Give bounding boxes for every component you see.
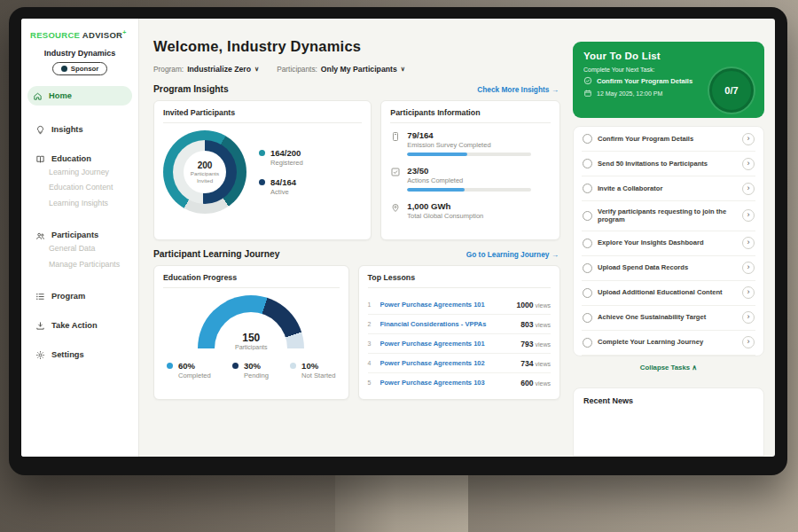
recent-news-header[interactable]: Recent News bbox=[573, 387, 764, 457]
lesson-link[interactable]: Power Purchase Agreements 101 bbox=[380, 340, 517, 348]
invited-legend: 164/200 Registered 84/164 Active bbox=[259, 148, 303, 196]
lesson-views: 600 views bbox=[520, 379, 551, 387]
sidebar-item[interactable]: Learning Insights bbox=[21, 196, 138, 212]
task-row[interactable]: Send 50 Invitations to Participants bbox=[582, 152, 755, 176]
sidebar-item[interactable]: Learning Journey bbox=[21, 164, 138, 180]
checkbox-icon[interactable] bbox=[583, 263, 592, 273]
chevron-right-icon[interactable] bbox=[742, 262, 755, 274]
lesson-views: 793 views bbox=[520, 340, 551, 348]
todo-next-task: Confirm Your Program Details bbox=[583, 76, 715, 85]
task-row[interactable]: Upload Additional Educational Content bbox=[582, 281, 755, 306]
task-row[interactable]: Verify participants requesting to join t… bbox=[582, 201, 755, 231]
chevron-right-icon[interactable] bbox=[742, 183, 755, 195]
go-to-learning-journey-link[interactable]: Go to Learning Journey bbox=[466, 250, 559, 259]
chevron-right-icon[interactable] bbox=[742, 209, 755, 222]
lesson-link[interactable]: Power Purchase Agreements 103 bbox=[380, 379, 517, 387]
monitor-stand bbox=[335, 472, 468, 532]
stat-label: Emission Survey Completed bbox=[407, 141, 531, 149]
checkbox-icon[interactable] bbox=[583, 313, 592, 323]
lesson-rank: 1 bbox=[368, 301, 376, 308]
app-logo: RESOURCE ADVISOR+ bbox=[21, 29, 138, 40]
legend-value: 10% bbox=[301, 361, 318, 371]
legend-dot bbox=[232, 363, 239, 369]
dashboard-screen: RESOURCE ADVISOR+ Industry Dynamics Spon… bbox=[21, 19, 775, 457]
legend-dot bbox=[290, 363, 296, 369]
chevron-right-icon[interactable] bbox=[742, 286, 755, 299]
task-row[interactable]: Upload Spend Data Records bbox=[582, 256, 755, 281]
progress-fill bbox=[407, 153, 466, 156]
stat-value: 79/164 bbox=[407, 130, 531, 140]
chevron-right-icon[interactable] bbox=[742, 237, 755, 249]
sidebar-item[interactable]: Participants bbox=[21, 212, 138, 241]
logo-resource: RESOURCE bbox=[30, 30, 80, 40]
legend-item: 164/200 Registered bbox=[259, 148, 303, 167]
checkbox-icon[interactable] bbox=[583, 159, 592, 168]
invited-donut-chart: 200 Participants Invited bbox=[163, 130, 246, 214]
stat-value: 23/50 bbox=[407, 166, 531, 176]
sidebar-item[interactable]: Program bbox=[21, 272, 138, 301]
stat-row: 79/164 Emission Survey Completed bbox=[390, 130, 551, 156]
sidebar-item[interactable]: General Data bbox=[21, 241, 138, 257]
legend-label: Registered bbox=[270, 159, 303, 167]
filter-dropdown[interactable]: Participants: Only My Participants bbox=[277, 65, 405, 74]
sidebar-item[interactable]: Manage Participants bbox=[21, 256, 138, 272]
sidebar-item-label: Take Action bbox=[51, 322, 98, 330]
task-label: Complete Your Learning Journey bbox=[598, 338, 737, 347]
checkbox-icon[interactable] bbox=[583, 211, 592, 221]
sidebar-item-label: Manage Participants bbox=[49, 261, 120, 269]
task-row[interactable]: Invite a Collaborator bbox=[582, 176, 755, 201]
sidebar-item[interactable]: Take Action bbox=[21, 301, 138, 331]
lesson-rank: 2 bbox=[368, 321, 376, 327]
checklist-icon bbox=[390, 167, 401, 177]
sidebar-item-label: Participants bbox=[51, 231, 98, 239]
check-more-insights-link[interactable]: Check More Insights bbox=[477, 85, 559, 94]
chevron-right-icon[interactable] bbox=[742, 158, 755, 170]
chevron-right-icon[interactable] bbox=[742, 336, 755, 348]
take-action-icon bbox=[35, 321, 45, 331]
filter-dropdown[interactable]: Program: Industrialize Zero bbox=[153, 65, 259, 74]
lessons-list: 1 Power Purchase Agreements 101 1000 vie… bbox=[368, 295, 551, 392]
checkbox-icon[interactable] bbox=[583, 184, 592, 193]
chevron-right-icon[interactable] bbox=[742, 311, 755, 324]
lesson-rank: 4 bbox=[368, 360, 376, 366]
lesson-link[interactable]: Power Purchase Agreements 102 bbox=[380, 359, 517, 367]
chevron-down-icon bbox=[401, 66, 405, 73]
checkbox-icon[interactable] bbox=[583, 239, 592, 248]
sidebar-item[interactable]: Insights bbox=[21, 106, 138, 135]
task-row[interactable]: Confirm Your Program Details bbox=[582, 127, 755, 152]
sidebar-item[interactable]: Home bbox=[27, 86, 132, 106]
legend-label: Pending bbox=[244, 372, 269, 379]
sponsor-badge: Sponsor bbox=[52, 62, 108, 75]
chevron-right-icon[interactable] bbox=[742, 133, 755, 145]
task-row[interactable]: Explore Your Insights Dashboard bbox=[582, 231, 755, 256]
collapse-tasks-link[interactable]: Collapse Tasks bbox=[573, 356, 764, 379]
main-content: Welcome, Industry Dynamics Program: Indu… bbox=[139, 19, 569, 457]
progress-track bbox=[407, 153, 531, 156]
task-label: Upload Spend Data Records bbox=[598, 263, 737, 272]
legend-label: Active bbox=[270, 188, 303, 196]
sidebar-item-label: Insights bbox=[51, 126, 83, 134]
lesson-link[interactable]: Financial Considerations - VPPAs bbox=[380, 320, 517, 328]
lesson-row: 4 Power Purchase Agreements 102 734 view… bbox=[368, 354, 551, 373]
lesson-link[interactable]: Power Purchase Agreements 101 bbox=[380, 301, 512, 309]
sidebar-item[interactable]: Settings bbox=[21, 331, 138, 360]
task-row[interactable]: Complete Your Learning Journey bbox=[582, 331, 755, 356]
donut-center: 200 Participants Invited bbox=[184, 151, 226, 193]
card-title: Top Lessons bbox=[368, 273, 551, 288]
task-label: Explore Your Insights Dashboard bbox=[598, 239, 737, 247]
gauge-center: 150 Participants bbox=[198, 332, 304, 350]
checkbox-icon[interactable] bbox=[583, 134, 592, 144]
legend-value: 84/164 bbox=[270, 177, 296, 187]
todo-panel: Your To Do List Complete Your Next Task:… bbox=[569, 19, 775, 457]
meter-icon bbox=[390, 131, 401, 142]
checkbox-icon[interactable] bbox=[583, 288, 592, 298]
task-row[interactable]: Achieve One Sustainability Target bbox=[582, 306, 755, 331]
lesson-views: 734 views bbox=[520, 359, 551, 368]
checkbox-icon[interactable] bbox=[583, 338, 592, 348]
check-circle-icon bbox=[583, 76, 592, 85]
sidebar-item[interactable]: Education Content bbox=[21, 180, 138, 196]
filter-value: Only My Participants bbox=[321, 65, 397, 74]
sidebar-item[interactable]: Education bbox=[21, 135, 138, 164]
progress-track bbox=[407, 188, 531, 192]
learning-journey-header: Participant Learning Journey Go to Learn… bbox=[153, 249, 559, 259]
